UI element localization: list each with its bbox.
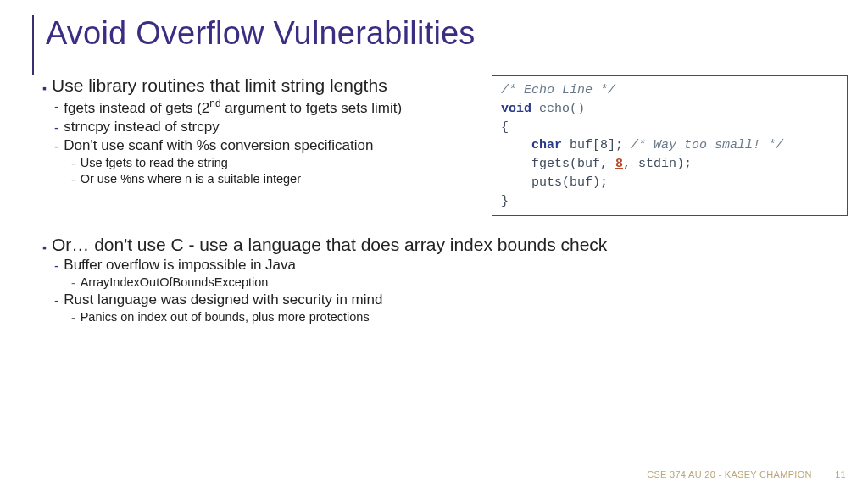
dash: - xyxy=(71,157,75,170)
code-text: puts(buf); xyxy=(531,174,838,192)
dash: - xyxy=(71,311,75,324)
sub-bullet: - Don't use scanf with %s conversion spe… xyxy=(54,137,480,154)
code-keyword: char xyxy=(531,138,562,152)
accent-bar xyxy=(32,15,34,75)
slide: Avoid Overflow Vulnerabilities ▪ Use lib… xyxy=(0,0,868,488)
sub-text: fgets instead of gets (2nd argument to f… xyxy=(64,97,402,117)
dash: - xyxy=(54,258,58,274)
sub-text: Buffer overflow is impossible in Java xyxy=(64,257,296,274)
dash: - xyxy=(71,276,75,290)
code-comment: /* Way too small! */ xyxy=(631,138,783,152)
bullet-text: Or… don't use C - use a language that do… xyxy=(52,235,607,255)
sub-text: strncpy instead of strcpy xyxy=(64,119,219,136)
dash: - xyxy=(54,99,58,114)
sub-bullet: - Buffer overflow is impossible in Java xyxy=(54,257,848,274)
sub-sub-bullet: - Or use %ns where n is a suitable integ… xyxy=(71,172,480,186)
bullets-section-1: ▪ Use library routines that limit string… xyxy=(42,75,480,186)
code-comment: /* Echo Line */ xyxy=(501,83,615,97)
page-number: 11 xyxy=(835,469,846,480)
code-text: buf[8]; xyxy=(562,138,631,152)
sub-bullet: - fgets instead of gets (2nd argument to… xyxy=(54,97,480,117)
code-brace: } xyxy=(501,192,838,211)
bullets-section-2: ▪ Or… don't use C - use a language that … xyxy=(0,235,868,324)
code-highlight: 8 xyxy=(615,157,623,171)
sub-sub-text: Or use %ns where n is a suitable integer xyxy=(81,172,301,186)
bullet-2: ▪ Or… don't use C - use a language that … xyxy=(42,235,848,255)
bullet-marker: ▪ xyxy=(42,241,47,254)
code-fn: echo() xyxy=(531,102,585,116)
code-text: fgets(buf, xyxy=(531,157,615,171)
sub-text: Don't use scanf with %s conversion speci… xyxy=(64,137,373,154)
bullet-text: Use library routines that limit string l… xyxy=(52,75,387,96)
dash: - xyxy=(71,173,75,186)
dash: - xyxy=(54,293,58,308)
footer-text: CSE 374 AU 20 - KASEY CHAMPION xyxy=(647,469,812,480)
sub-sub-text: ArrayIndexOutOfBoundsException xyxy=(81,275,269,289)
dash: - xyxy=(54,120,58,136)
code-snippet: /* Echo Line */ void echo() { char buf[8… xyxy=(492,75,848,216)
sub-sub-bullet: - ArrayIndexOutOfBoundsException xyxy=(71,275,848,290)
sub-bullet: - Rust language was designed with securi… xyxy=(54,291,848,308)
sub-sub-bullet: - Use fgets to read the string xyxy=(71,156,480,170)
sub-bullet: - strncpy instead of strcpy xyxy=(54,119,480,136)
content-row: ▪ Use library routines that limit string… xyxy=(0,75,868,216)
sub-sub-text: Use fgets to read the string xyxy=(81,156,228,169)
sub-sub-text: Panics on index out of bounds, plus more… xyxy=(81,310,370,324)
footer: CSE 374 AU 20 - KASEY CHAMPION 11 xyxy=(647,469,846,480)
bullet-marker: ▪ xyxy=(42,81,47,95)
code-keyword: void xyxy=(501,102,531,116)
sub-text: Rust language was designed with security… xyxy=(64,291,382,308)
bullet-1: ▪ Use library routines that limit string… xyxy=(42,75,480,96)
sub-sub-bullet: - Panics on index out of bounds, plus mo… xyxy=(71,310,848,324)
code-brace: { xyxy=(501,119,838,137)
dash: - xyxy=(54,139,58,154)
code-text: , stdin); xyxy=(623,157,692,171)
slide-title: Avoid Overflow Vulnerabilities xyxy=(46,15,868,52)
